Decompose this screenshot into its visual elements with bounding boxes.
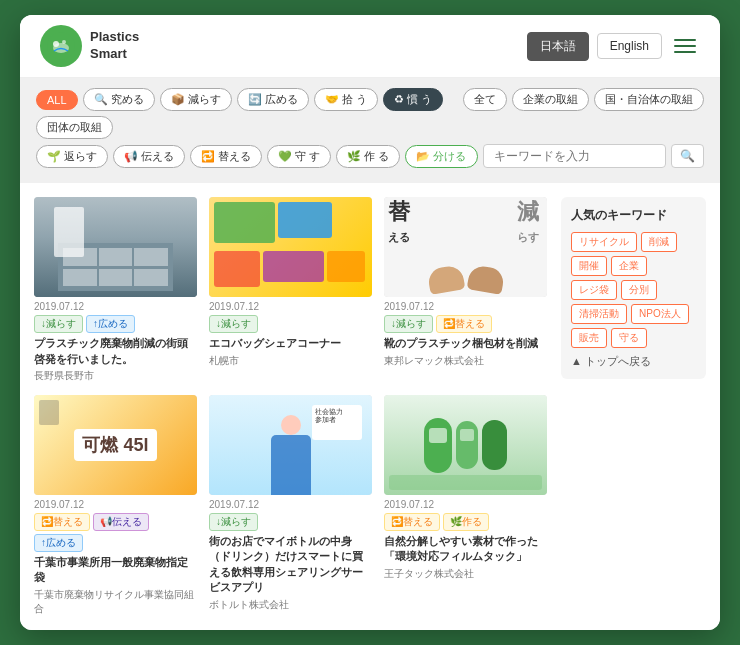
article-card[interactable]: 2019.07.12 ↓減らす ↑広める プラスチック廃棄物削減の街頭啓発を行い… (34, 197, 197, 383)
card-tag: ↑広める (86, 315, 135, 333)
sidebar-keywords-section: 人気のキーワード リサイクル 削減 開催 企業 レジ袋 分別 清掃活動 NPO法… (561, 197, 706, 379)
logo-area[interactable]: Plastics Smart (40, 25, 139, 67)
filter-tell[interactable]: 📢 伝える (113, 145, 185, 168)
card-tag: 📢伝える (93, 513, 149, 531)
card-tag: 🌿作る (443, 513, 489, 531)
card-image: 替える 減らす (384, 197, 547, 297)
card-tag: ↓減らす (34, 315, 83, 333)
article-card[interactable]: 可燃 45l 2019.07.12 🔁替える 📢伝える ↑広める 千葉市事業所用… (34, 395, 197, 616)
filter-habit[interactable]: ♻ 慣 う (383, 88, 443, 111)
card-image: 可燃 45l (34, 395, 197, 495)
filter-sort[interactable]: 📂 分ける (405, 145, 477, 168)
card-title: 自然分解しやすい素材で作った「環境対応フィルムタック」 (384, 534, 547, 565)
filter-company[interactable]: 企業の取組 (512, 88, 589, 111)
filter-gov[interactable]: 国・自治体の取組 (594, 88, 704, 111)
filter-row-1: ALL 🔍 究める 📦 減らす 🔄 広める 🤝 拾 う ♻ 慣 う 全て 企業の… (36, 88, 704, 139)
filter-reduce[interactable]: 📦 減らす (160, 88, 232, 111)
card-tag: 🔁替える (436, 315, 492, 333)
card-title: プラスチック廃棄物削減の街頭啓発を行いました。 (34, 336, 197, 367)
card-date: 2019.07.12 (384, 499, 547, 510)
keyword-tag[interactable]: 開催 (571, 256, 607, 276)
filter-return[interactable]: 🌱 返らす (36, 145, 108, 168)
lang-ja-button[interactable]: 日本語 (527, 32, 589, 61)
card-org: ボトルト株式会社 (209, 598, 372, 612)
filter-pick[interactable]: 🤝 拾 う (314, 88, 378, 111)
main-content: 2019.07.12 ↓減らす ↑広める プラスチック廃棄物削減の街頭啓発を行い… (20, 183, 720, 630)
card-date: 2019.07.12 (209, 301, 372, 312)
card-image (209, 197, 372, 297)
keyword-tag[interactable]: 守る (611, 328, 647, 348)
card-org: 長野県長野市 (34, 369, 197, 383)
card-date: 2019.07.12 (34, 499, 197, 510)
lang-en-button[interactable]: English (597, 33, 662, 59)
keyword-tag[interactable]: 分別 (621, 280, 657, 300)
filter-spread[interactable]: 🔄 広める (237, 88, 309, 111)
filter-bar: ALL 🔍 究める 📦 減らす 🔄 広める 🤝 拾 う ♻ 慣 う 全て 企業の… (20, 78, 720, 183)
card-tags: ↓減らす (209, 315, 372, 333)
search-input[interactable] (483, 144, 667, 168)
card-title: 千葉市事業所用一般廃棄物指定袋 (34, 555, 197, 586)
card-org: 東邦レマック株式会社 (384, 354, 547, 368)
card-tag: ↓減らす (209, 513, 258, 531)
header: Plastics Smart 日本語 English (20, 15, 720, 78)
card-tag: ↓減らす (209, 315, 258, 333)
card-title: 靴のプラスチック梱包材を削減 (384, 336, 547, 351)
card-org: 王子タック株式会社 (384, 567, 547, 581)
keyword-tag[interactable]: 企業 (611, 256, 647, 276)
keyword-tag[interactable]: 清掃活動 (571, 304, 627, 324)
keyword-tags: リサイクル 削減 開催 企業 レジ袋 分別 清掃活動 NPO法人 販売 守る (571, 232, 696, 348)
card-image: 社会協力参加者 (209, 395, 372, 495)
keyword-tag[interactable]: NPO法人 (631, 304, 689, 324)
filter-org[interactable]: 団体の取組 (36, 116, 113, 139)
svg-point-3 (62, 40, 66, 44)
filter-study[interactable]: 🔍 究める (83, 88, 155, 111)
card-title: 街のお店でマイボトルの中身（ドリンク）だけスマートに買える飲料専用シェアリングサ… (209, 534, 372, 596)
article-card[interactable]: 2019.07.12 🔁替える 🌿作る 自然分解しやすい素材で作った「環境対応フ… (384, 395, 547, 616)
card-tags: 🔁替える 📢伝える ↑広める (34, 513, 197, 552)
filter-row-2: 🌱 返らす 📢 伝える 🔁 替える 💚 守 す 🌿 作 る 📂 分ける 🔍 (36, 144, 704, 168)
article-card[interactable]: 社会協力参加者 2019.07.12 ↓減らす 街のお店でマイボトルの中身（ドリ… (209, 395, 372, 616)
card-date: 2019.07.12 (384, 301, 547, 312)
card-image (34, 197, 197, 297)
card-date: 2019.07.12 (209, 499, 372, 510)
filter-all-cat[interactable]: 全て (463, 88, 507, 111)
filter-replace[interactable]: 🔁 替える (190, 145, 262, 168)
card-title: エコバッグシェアコーナー (209, 336, 372, 351)
keyword-tag[interactable]: レジ袋 (571, 280, 617, 300)
card-date: 2019.07.12 (34, 301, 197, 312)
filter-make[interactable]: 🌿 作 る (336, 145, 400, 168)
keyword-tag[interactable]: 販売 (571, 328, 607, 348)
card-image (384, 395, 547, 495)
logo-text: Plastics Smart (90, 29, 139, 63)
card-tags: 🔁替える 🌿作る (384, 513, 547, 531)
articles-grid: 2019.07.12 ↓減らす ↑広める プラスチック廃棄物削減の街頭啓発を行い… (34, 197, 547, 616)
logo-icon (40, 25, 82, 67)
keyword-tag[interactable]: リサイクル (571, 232, 637, 252)
browser-window: Plastics Smart 日本語 English ALL 🔍 究める 📦 減… (20, 15, 720, 630)
search-button[interactable]: 🔍 (671, 144, 704, 168)
card-tags: ↓減らす 🔁替える (384, 315, 547, 333)
filter-protect[interactable]: 💚 守 す (267, 145, 331, 168)
filter-all[interactable]: ALL (36, 90, 78, 110)
article-card[interactable]: 替える 減らす 2019.07.12 ↓減らす 🔁替える 靴のプラスチック梱包材… (384, 197, 547, 383)
nav-right: 日本語 English (527, 32, 700, 61)
hamburger-menu[interactable] (670, 35, 700, 57)
card-org: 札幌市 (209, 354, 372, 368)
svg-point-2 (53, 41, 59, 47)
card-tags: ↓減らす (209, 513, 372, 531)
sidebar-title: 人気のキーワード (571, 207, 696, 224)
card-tag: 🔁替える (34, 513, 90, 531)
card-tags: ↓減らす ↑広める (34, 315, 197, 333)
card-tag: ↑広める (34, 534, 83, 552)
keyword-tag[interactable]: 削減 (641, 232, 677, 252)
sidebar: 人気のキーワード リサイクル 削減 開催 企業 レジ袋 分別 清掃活動 NPO法… (561, 197, 706, 616)
card-tag: ↓減らす (384, 315, 433, 333)
article-card[interactable]: 2019.07.12 ↓減らす エコバッグシェアコーナー 札幌市 (209, 197, 372, 383)
card-org: 千葉市廃棄物リサイクル事業協同組合 (34, 588, 197, 616)
back-to-top[interactable]: ▲ トップへ戻る (571, 354, 696, 369)
card-tag: 🔁替える (384, 513, 440, 531)
